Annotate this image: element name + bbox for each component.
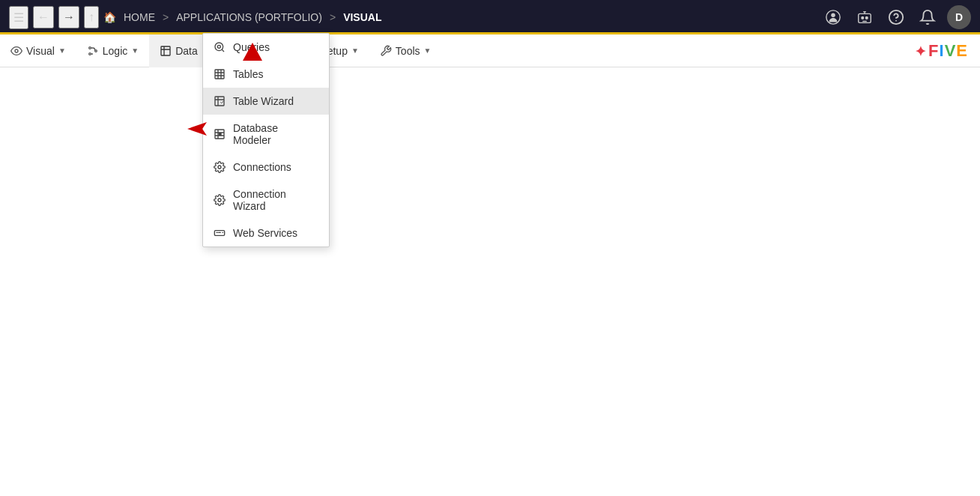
dropdown-connections-label: Connections bbox=[233, 161, 291, 173]
data-dropdown-menu: Queries Tables Table Wizard Database Mod… bbox=[202, 33, 330, 247]
five-logo-area: ✦FIVE bbox=[915, 41, 980, 61]
dropdown-table-wizard-label: Table Wizard bbox=[233, 95, 294, 107]
person-circle-icon bbox=[825, 9, 841, 25]
query-icon bbox=[214, 41, 226, 53]
tools-caret: ▼ bbox=[424, 46, 432, 55]
search-button[interactable] bbox=[821, 5, 845, 29]
menu-data-label: Data bbox=[175, 45, 198, 57]
menu-tools-label: Tools bbox=[396, 45, 420, 57]
svg-point-13 bbox=[217, 45, 220, 48]
dropdown-connections[interactable]: Connections bbox=[203, 154, 329, 181]
svg-point-3 bbox=[862, 17, 864, 19]
api-icon bbox=[214, 227, 226, 239]
eye-icon bbox=[10, 45, 22, 57]
menu-logic-label: Logic bbox=[103, 45, 127, 57]
svg-point-4 bbox=[865, 17, 868, 19]
dropdown-queries[interactable]: Queries bbox=[203, 34, 329, 61]
svg-marker-21 bbox=[243, 43, 262, 61]
menu-visual-label: Visual bbox=[26, 45, 55, 57]
logic-icon bbox=[87, 45, 99, 57]
connection-wizard-icon bbox=[214, 194, 226, 206]
svg-point-18 bbox=[218, 166, 221, 169]
svg-point-19 bbox=[218, 199, 221, 202]
breadcrumb-home[interactable]: HOME bbox=[119, 8, 160, 26]
top-bar: ☰ ← → ↑ 🏠 HOME > APPLICATIONS (PORTFOLIO… bbox=[0, 0, 980, 34]
home-icon: 🏠 bbox=[103, 11, 116, 23]
hamburger-menu-button[interactable]: ☰ bbox=[9, 6, 28, 29]
svg-point-12 bbox=[215, 43, 223, 51]
five-logo: ✦FIVE bbox=[915, 41, 968, 61]
red-arrow-left bbox=[186, 121, 208, 137]
breadcrumb-sep-2: > bbox=[330, 11, 336, 23]
table-grid-icon bbox=[214, 68, 226, 80]
up-button[interactable]: ↑ bbox=[84, 6, 99, 28]
dropdown-connection-wizard[interactable]: Connection Wizard bbox=[203, 181, 329, 220]
bell-button[interactable] bbox=[916, 5, 940, 29]
forward-button[interactable]: → bbox=[58, 6, 79, 28]
svg-rect-17 bbox=[219, 133, 221, 136]
menu-logic[interactable]: Logic ▼ bbox=[76, 34, 149, 67]
red-arrow-up bbox=[241, 41, 264, 64]
menu-bar: Visual ▼ Logic ▼ Data ▼ Tasks ▼ Setup ▼ … bbox=[0, 34, 980, 67]
svg-rect-14 bbox=[215, 70, 224, 79]
svg-point-6 bbox=[15, 49, 18, 52]
bell-icon bbox=[919, 9, 936, 25]
svg-point-8 bbox=[88, 52, 91, 55]
table-wizard-icon bbox=[214, 95, 226, 107]
main-content bbox=[0, 67, 980, 496]
svg-point-1 bbox=[831, 13, 835, 18]
breadcrumb-sep-1: > bbox=[163, 11, 169, 23]
visual-caret: ▼ bbox=[58, 46, 66, 55]
tools-icon bbox=[380, 45, 392, 57]
dropdown-tables[interactable]: Tables bbox=[203, 61, 329, 88]
dropdown-tables-label: Tables bbox=[233, 68, 263, 80]
connections-icon bbox=[214, 161, 226, 173]
menu-visual[interactable]: Visual ▼ bbox=[0, 34, 76, 67]
breadcrumb: 🏠 HOME > APPLICATIONS (PORTFOLIO) > VISU… bbox=[103, 8, 817, 26]
dropdown-database-modeler-label: Database Modeler bbox=[233, 122, 318, 146]
logic-caret: ▼ bbox=[131, 46, 139, 55]
bot-icon bbox=[856, 9, 873, 25]
svg-rect-15 bbox=[215, 97, 224, 106]
dropdown-web-services-label: Web Services bbox=[233, 227, 297, 239]
svg-point-7 bbox=[88, 46, 91, 49]
dropdown-table-wizard[interactable]: Table Wizard bbox=[203, 88, 329, 115]
breadcrumb-applications[interactable]: APPLICATIONS (PORTFOLIO) bbox=[172, 8, 327, 26]
top-bar-right: D bbox=[821, 5, 971, 29]
table-icon bbox=[160, 45, 172, 57]
breadcrumb-visual[interactable]: VISUAL bbox=[339, 8, 386, 26]
db-modeler-icon bbox=[214, 128, 226, 140]
menu-tools[interactable]: Tools ▼ bbox=[369, 34, 442, 67]
back-button[interactable]: ← bbox=[33, 6, 54, 28]
setup-caret: ▼ bbox=[351, 46, 359, 55]
dropdown-web-services[interactable]: Web Services bbox=[203, 220, 329, 247]
bot-button[interactable] bbox=[853, 5, 877, 29]
dropdown-database-modeler[interactable]: Database Modeler bbox=[203, 115, 329, 154]
svg-rect-10 bbox=[161, 46, 170, 55]
svg-marker-22 bbox=[187, 122, 207, 136]
avatar[interactable]: D bbox=[947, 5, 971, 29]
dropdown-connection-wizard-label: Connection Wizard bbox=[233, 188, 318, 212]
help-button[interactable] bbox=[884, 5, 908, 29]
help-icon bbox=[888, 9, 904, 25]
